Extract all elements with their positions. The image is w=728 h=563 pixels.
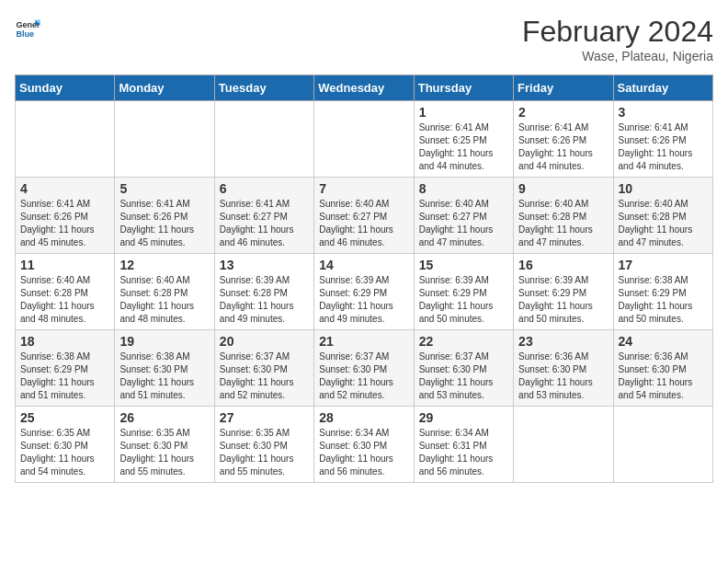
- table-row: 26Sunrise: 6:35 AM Sunset: 6:30 PM Dayli…: [115, 407, 214, 483]
- day-info: Sunrise: 6:36 AM Sunset: 6:30 PM Dayligh…: [619, 350, 708, 402]
- table-row: 18Sunrise: 6:38 AM Sunset: 6:29 PM Dayli…: [16, 330, 115, 407]
- day-number: 20: [220, 334, 309, 349]
- table-row: 7Sunrise: 6:40 AM Sunset: 6:27 PM Daylig…: [314, 178, 414, 254]
- col-tuesday: Tuesday: [214, 75, 313, 101]
- day-number: 16: [518, 258, 608, 272]
- day-info: Sunrise: 6:34 AM Sunset: 6:31 PM Dayligh…: [419, 427, 508, 478]
- day-info: Sunrise: 6:36 AM Sunset: 6:30 PM Dayligh…: [518, 350, 608, 402]
- day-info: Sunrise: 6:40 AM Sunset: 6:28 PM Dayligh…: [20, 274, 109, 326]
- day-number: 21: [319, 334, 408, 349]
- day-info: Sunrise: 6:37 AM Sunset: 6:30 PM Dayligh…: [419, 350, 508, 402]
- day-info: Sunrise: 6:35 AM Sunset: 6:30 PM Dayligh…: [20, 427, 109, 478]
- table-row: 13Sunrise: 6:39 AM Sunset: 6:28 PM Dayli…: [214, 254, 313, 330]
- day-number: 7: [319, 181, 408, 196]
- table-row: 9Sunrise: 6:40 AM Sunset: 6:28 PM Daylig…: [514, 178, 613, 254]
- table-row: 10Sunrise: 6:40 AM Sunset: 6:28 PM Dayli…: [613, 178, 712, 254]
- day-number: 3: [619, 105, 708, 120]
- table-row: [314, 101, 414, 178]
- calendar-header-row: Sunday Monday Tuesday Wednesday Thursday…: [16, 75, 713, 101]
- table-row: 21Sunrise: 6:37 AM Sunset: 6:30 PM Dayli…: [314, 330, 414, 407]
- table-row: 3Sunrise: 6:41 AM Sunset: 6:26 PM Daylig…: [613, 101, 712, 178]
- table-row: 29Sunrise: 6:34 AM Sunset: 6:31 PM Dayli…: [414, 407, 513, 483]
- day-number: 28: [319, 410, 408, 425]
- table-row: 6Sunrise: 6:41 AM Sunset: 6:27 PM Daylig…: [214, 178, 313, 254]
- day-info: Sunrise: 6:40 AM Sunset: 6:28 PM Dayligh…: [619, 198, 708, 249]
- table-row: 2Sunrise: 6:41 AM Sunset: 6:26 PM Daylig…: [514, 101, 613, 178]
- table-row: 22Sunrise: 6:37 AM Sunset: 6:30 PM Dayli…: [414, 330, 513, 407]
- day-info: Sunrise: 6:41 AM Sunset: 6:26 PM Dayligh…: [119, 198, 209, 249]
- table-row: 11Sunrise: 6:40 AM Sunset: 6:28 PM Dayli…: [16, 254, 115, 330]
- day-info: Sunrise: 6:39 AM Sunset: 6:28 PM Dayligh…: [220, 274, 309, 326]
- day-number: 26: [119, 410, 209, 425]
- day-info: Sunrise: 6:35 AM Sunset: 6:30 PM Dayligh…: [220, 427, 309, 478]
- table-row: 20Sunrise: 6:37 AM Sunset: 6:30 PM Dayli…: [214, 330, 313, 407]
- day-info: Sunrise: 6:40 AM Sunset: 6:28 PM Dayligh…: [119, 274, 209, 326]
- calendar-subtitle: Wase, Plateau, Nigeria: [522, 49, 713, 63]
- table-row: 4Sunrise: 6:41 AM Sunset: 6:26 PM Daylig…: [16, 178, 115, 254]
- day-info: Sunrise: 6:37 AM Sunset: 6:30 PM Dayligh…: [319, 350, 408, 402]
- calendar-week-row: 25Sunrise: 6:35 AM Sunset: 6:30 PM Dayli…: [16, 407, 713, 483]
- day-number: 22: [419, 334, 508, 349]
- day-info: Sunrise: 6:39 AM Sunset: 6:29 PM Dayligh…: [319, 274, 408, 326]
- day-info: Sunrise: 6:41 AM Sunset: 6:26 PM Dayligh…: [518, 121, 608, 173]
- table-row: 16Sunrise: 6:39 AM Sunset: 6:29 PM Dayli…: [514, 254, 613, 330]
- col-sunday: Sunday: [16, 75, 115, 101]
- day-info: Sunrise: 6:35 AM Sunset: 6:30 PM Dayligh…: [119, 427, 209, 478]
- table-row: 28Sunrise: 6:34 AM Sunset: 6:30 PM Dayli…: [314, 407, 414, 483]
- day-info: Sunrise: 6:41 AM Sunset: 6:26 PM Dayligh…: [20, 198, 109, 249]
- table-row: 19Sunrise: 6:38 AM Sunset: 6:30 PM Dayli…: [115, 330, 214, 407]
- day-number: 19: [119, 334, 209, 349]
- day-info: Sunrise: 6:40 AM Sunset: 6:28 PM Dayligh…: [518, 198, 608, 249]
- table-row: 5Sunrise: 6:41 AM Sunset: 6:26 PM Daylig…: [115, 178, 214, 254]
- day-number: 14: [319, 258, 408, 272]
- col-friday: Friday: [514, 75, 613, 101]
- table-row: 15Sunrise: 6:39 AM Sunset: 6:29 PM Dayli…: [414, 254, 513, 330]
- logo-icon: General Blue: [15, 15, 40, 40]
- day-info: Sunrise: 6:41 AM Sunset: 6:27 PM Dayligh…: [220, 198, 309, 249]
- title-block: February 2024 Wase, Plateau, Nigeria: [522, 15, 713, 63]
- day-number: 12: [119, 258, 209, 272]
- day-info: Sunrise: 6:41 AM Sunset: 6:25 PM Dayligh…: [419, 121, 508, 173]
- table-row: 12Sunrise: 6:40 AM Sunset: 6:28 PM Dayli…: [115, 254, 214, 330]
- day-info: Sunrise: 6:40 AM Sunset: 6:27 PM Dayligh…: [319, 198, 408, 249]
- day-number: 2: [518, 105, 608, 120]
- day-info: Sunrise: 6:40 AM Sunset: 6:27 PM Dayligh…: [419, 198, 508, 249]
- logo: General Blue: [15, 15, 40, 40]
- day-number: 29: [419, 410, 508, 425]
- col-thursday: Thursday: [414, 75, 513, 101]
- col-saturday: Saturday: [613, 75, 712, 101]
- table-row: 27Sunrise: 6:35 AM Sunset: 6:30 PM Dayli…: [214, 407, 313, 483]
- day-info: Sunrise: 6:38 AM Sunset: 6:29 PM Dayligh…: [619, 274, 708, 326]
- table-row: 17Sunrise: 6:38 AM Sunset: 6:29 PM Dayli…: [613, 254, 712, 330]
- day-number: 15: [419, 258, 508, 272]
- table-row: 1Sunrise: 6:41 AM Sunset: 6:25 PM Daylig…: [414, 101, 513, 178]
- day-info: Sunrise: 6:37 AM Sunset: 6:30 PM Dayligh…: [220, 350, 309, 402]
- day-number: 11: [20, 258, 109, 272]
- calendar-week-row: 11Sunrise: 6:40 AM Sunset: 6:28 PM Dayli…: [16, 254, 713, 330]
- table-row: [214, 101, 313, 178]
- day-number: 10: [619, 181, 708, 196]
- day-number: 1: [419, 105, 508, 120]
- table-row: 8Sunrise: 6:40 AM Sunset: 6:27 PM Daylig…: [414, 178, 513, 254]
- col-monday: Monday: [115, 75, 214, 101]
- day-info: Sunrise: 6:39 AM Sunset: 6:29 PM Dayligh…: [518, 274, 608, 326]
- calendar-title: February 2024: [522, 15, 713, 49]
- calendar-week-row: 4Sunrise: 6:41 AM Sunset: 6:26 PM Daylig…: [16, 178, 713, 254]
- day-number: 23: [518, 334, 608, 349]
- day-number: 9: [518, 181, 608, 196]
- day-number: 8: [419, 181, 508, 196]
- day-number: 17: [619, 258, 708, 272]
- day-number: 5: [119, 181, 209, 196]
- day-info: Sunrise: 6:39 AM Sunset: 6:29 PM Dayligh…: [419, 274, 508, 326]
- table-row: [514, 407, 613, 483]
- table-row: 23Sunrise: 6:36 AM Sunset: 6:30 PM Dayli…: [514, 330, 613, 407]
- table-row: 14Sunrise: 6:39 AM Sunset: 6:29 PM Dayli…: [314, 254, 414, 330]
- table-row: [16, 101, 115, 178]
- calendar-table: Sunday Monday Tuesday Wednesday Thursday…: [15, 75, 713, 483]
- calendar-week-row: 18Sunrise: 6:38 AM Sunset: 6:29 PM Dayli…: [16, 330, 713, 407]
- day-number: 6: [220, 181, 309, 196]
- svg-text:Blue: Blue: [16, 29, 34, 39]
- table-row: [613, 407, 712, 483]
- day-info: Sunrise: 6:38 AM Sunset: 6:30 PM Dayligh…: [119, 350, 209, 402]
- day-number: 25: [20, 410, 109, 425]
